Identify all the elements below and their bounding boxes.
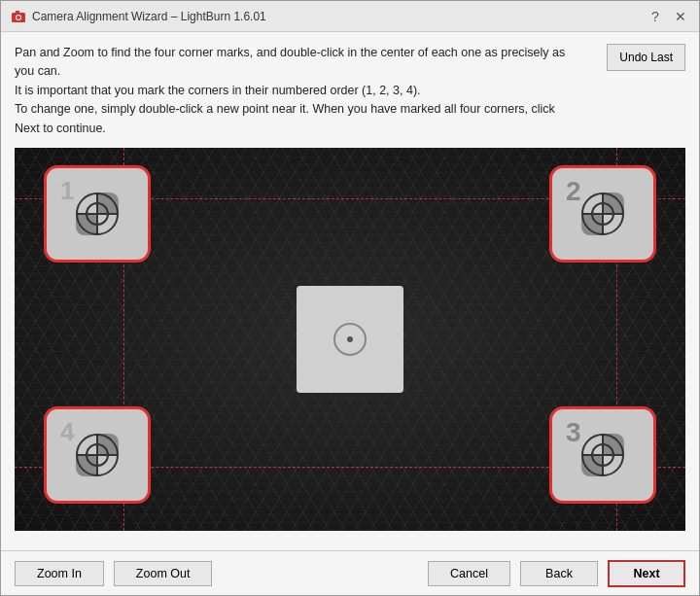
- instructions-row: Pan and Zoom to find the four corner mar…: [15, 44, 685, 138]
- main-window: Camera Alignment Wizard – LightBurn 1.6.…: [0, 0, 700, 596]
- center-marker: [297, 286, 403, 393]
- crosshair-1: [76, 193, 119, 235]
- camera-feed: 1 2: [15, 148, 685, 531]
- instructions-text: Pan and Zoom to find the four corner mar…: [15, 44, 578, 138]
- crosshair-3: [581, 434, 624, 476]
- title-bar-left: Camera Alignment Wizard – LightBurn 1.6.…: [11, 9, 266, 24]
- instruction-line2: It is important that you mark the corner…: [15, 84, 421, 97]
- back-button[interactable]: Back: [520, 561, 598, 586]
- zoom-in-button[interactable]: Zoom In: [15, 561, 104, 586]
- crosshair-v: [96, 193, 98, 235]
- close-button[interactable]: ✕: [672, 8, 689, 25]
- center-target: [333, 323, 367, 356]
- corner-number-1: 1: [60, 176, 74, 206]
- corner-number-3: 3: [566, 417, 581, 448]
- crosshair-4: [76, 434, 119, 476]
- svg-rect-3: [16, 11, 19, 14]
- content-area: Pan and Zoom to find the four corner mar…: [1, 32, 699, 550]
- corner-marker-4[interactable]: 4: [44, 406, 151, 504]
- crosshair-2: [581, 193, 624, 235]
- undo-last-button[interactable]: Undo Last: [607, 44, 685, 71]
- corner-marker-1[interactable]: 1: [44, 165, 151, 263]
- instruction-line3: To change one, simply double-click a new…: [15, 102, 555, 134]
- camera-image-area[interactable]: 1 2: [15, 148, 685, 531]
- window-title: Camera Alignment Wizard – LightBurn 1.6.…: [32, 10, 266, 23]
- svg-point-2: [17, 16, 20, 19]
- crosshair-3-v: [602, 434, 604, 476]
- crosshair-4-v: [96, 434, 98, 476]
- corner-marker-3[interactable]: 3: [549, 406, 656, 504]
- next-button[interactable]: Next: [608, 560, 685, 587]
- instruction-line1: Pan and Zoom to find the four corner mar…: [15, 46, 565, 78]
- camera-icon: [11, 9, 26, 24]
- zoom-out-button[interactable]: Zoom Out: [114, 561, 213, 586]
- bottom-bar: Zoom In Zoom Out Cancel Back Next: [1, 550, 699, 595]
- center-dot: [347, 336, 353, 342]
- title-bar: Camera Alignment Wizard – LightBurn 1.6.…: [1, 1, 699, 32]
- corner-number-2: 2: [566, 176, 581, 207]
- crosshair-2-v: [602, 193, 604, 235]
- corner-number-4: 4: [60, 417, 74, 447]
- corner-marker-2[interactable]: 2: [549, 165, 656, 263]
- help-button[interactable]: ?: [647, 8, 664, 25]
- title-bar-controls: ? ✕: [647, 8, 689, 25]
- cancel-button[interactable]: Cancel: [428, 561, 510, 586]
